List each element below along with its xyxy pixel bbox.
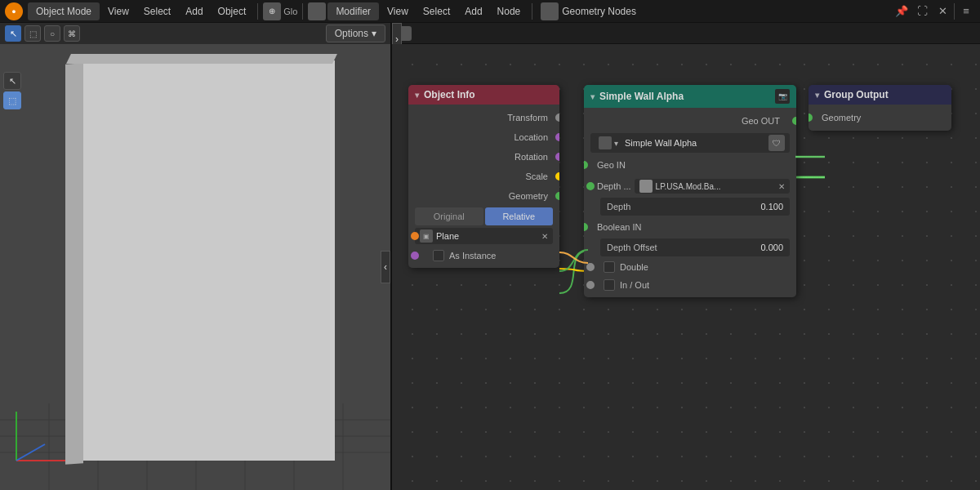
group-output-geo-socket[interactable] xyxy=(808,114,813,122)
geo-out-label: Geo OUT xyxy=(742,116,790,126)
relative-btn[interactable]: Relative xyxy=(485,207,554,225)
geo-out-socket[interactable] xyxy=(792,117,796,125)
wall-top-face xyxy=(66,54,337,64)
boolean-in-socket[interactable] xyxy=(584,223,588,231)
options-arrow: ▾ xyxy=(372,28,376,39)
in-out-socket[interactable] xyxy=(586,281,595,289)
original-btn[interactable]: Original xyxy=(415,207,483,225)
viewport-scene[interactable]: ↖ ⬚ ‹ xyxy=(0,44,390,490)
menu-view-right[interactable]: View xyxy=(381,2,415,20)
node-editor-menu-section: Modifier View Select Add Node xyxy=(308,2,527,20)
rotation-label: Rotation xyxy=(415,152,553,162)
menu-divider-3 xyxy=(532,3,532,20)
node-type-icon xyxy=(541,2,559,20)
window-controls: 📌 ⛶ ✕ ≡ xyxy=(893,2,975,20)
depth-offset-value[interactable]: 0.000 xyxy=(760,243,783,252)
svg-line-12 xyxy=(16,444,45,461)
transform-orient-icon[interactable]: ⊕ xyxy=(263,2,281,20)
select-lasso-icon[interactable]: ⌘ xyxy=(64,25,80,42)
menu-view-left[interactable]: View xyxy=(101,2,136,20)
select-cursor-icon[interactable]: ↖ xyxy=(5,25,21,42)
shield-icon[interactable]: 🛡 xyxy=(768,135,785,151)
simple-wall-render-icon[interactable]: 📷 xyxy=(775,89,790,104)
transform-row: Transform xyxy=(408,108,559,127)
transform-socket[interactable] xyxy=(555,114,559,122)
geometry-label: Geometry xyxy=(415,191,553,201)
blender-logo: ● xyxy=(5,2,23,20)
selector-type-btn[interactable]: ▾ xyxy=(595,136,621,150)
scale-label: Scale xyxy=(415,172,553,181)
maximize-btn[interactable]: ⛶ xyxy=(913,2,931,20)
node-object-info-body: Transform Location Rotation xyxy=(408,105,559,268)
viewport-header: ↖ ⬚ ○ ⌘ Options ▾ xyxy=(0,23,390,44)
geo-in-label: Geo IN xyxy=(590,160,790,170)
depth-offset-row: Depth Offset 0.000 xyxy=(600,238,790,256)
simple-wall-title: Simple Wall Alpha xyxy=(599,91,684,102)
as-instance-checkbox[interactable] xyxy=(433,250,444,261)
depth-socket[interactable] xyxy=(586,182,595,190)
object-info-title: Object Info xyxy=(424,89,475,100)
menu-divider-1 xyxy=(257,3,258,20)
node-simple-wall-header[interactable]: ▾ Simple Wall Alpha 📷 xyxy=(584,85,796,108)
select-tool[interactable]: ⬚ xyxy=(3,91,21,109)
object-input-socket[interactable] xyxy=(411,232,419,240)
geo-out-row: Geo OUT xyxy=(584,111,796,131)
modifier-mode-btn[interactable]: Modifier xyxy=(327,2,379,20)
plane-icon: ▣ xyxy=(420,229,433,243)
right-header-icons: Geometry Nodes xyxy=(541,2,636,20)
node-editor-header: › xyxy=(392,23,980,44)
wall-front-face xyxy=(82,60,335,461)
geo-in-socket[interactable] xyxy=(584,161,588,169)
node-group-output: ▾ Group Output Geometry xyxy=(808,85,951,131)
viewport-collapse-handle[interactable]: ‹ xyxy=(381,251,390,283)
options-label: Options xyxy=(335,28,368,39)
select-circle-icon[interactable]: ○ xyxy=(44,25,60,42)
location-socket[interactable] xyxy=(555,133,559,141)
in-out-checkbox[interactable] xyxy=(604,279,615,291)
double-row: Double xyxy=(584,258,796,276)
menu-node-right[interactable]: Node xyxy=(491,2,528,20)
toggle-group: Original Relative xyxy=(415,207,553,225)
options-btn[interactable]: Options ▾ xyxy=(326,24,385,42)
cursor-tool[interactable]: ↖ xyxy=(3,72,21,90)
double-checkbox[interactable] xyxy=(604,261,615,273)
depth-value[interactable]: 0.100 xyxy=(760,202,783,212)
menu-select-left[interactable]: Select xyxy=(137,2,177,20)
node-simple-wall-body: Geo OUT ▾ Simple Wall Alpha 🛡 xyxy=(584,108,796,297)
rotation-socket[interactable] xyxy=(555,153,559,161)
scale-socket[interactable] xyxy=(555,172,559,180)
transform-label: Transform xyxy=(415,113,553,122)
node-object-info-header[interactable]: ▾ Object Info xyxy=(408,85,559,105)
node-editor-panel: › ▾ Object Info xyxy=(392,23,980,490)
transform-orient-label: Glo xyxy=(283,7,297,16)
depth-material-swatch[interactable] xyxy=(639,180,653,193)
depth-value-row: Depth 0.100 xyxy=(600,198,790,216)
simple-wall-collapse-arrow: ▾ xyxy=(590,92,595,101)
main-area: ↖ ⬚ ○ ⌘ Options ▾ xyxy=(0,23,980,490)
select-box-icon[interactable]: ⬚ xyxy=(24,25,41,42)
as-instance-socket[interactable] xyxy=(411,252,419,260)
geometry-row: Geometry xyxy=(408,186,559,206)
scale-row: Scale xyxy=(408,167,559,186)
object-close-btn[interactable]: ✕ xyxy=(541,232,548,241)
in-out-label: In / Out xyxy=(620,280,649,290)
menu-add-left[interactable]: Add xyxy=(179,2,209,20)
more-btn[interactable]: ≡ xyxy=(957,2,975,20)
node-canvas[interactable]: ▾ Object Info Transform Location xyxy=(392,44,980,490)
node-group-output-header[interactable]: ▾ Group Output xyxy=(808,85,951,105)
pin-btn[interactable]: 📌 xyxy=(893,2,911,20)
geometry-socket-out[interactable] xyxy=(555,192,559,200)
geometry-nodes-label: Geometry Nodes xyxy=(562,6,636,17)
menu-select-right[interactable]: Select xyxy=(416,2,457,20)
depth-material-close[interactable]: ✕ xyxy=(778,182,785,191)
menu-add-right[interactable]: Add xyxy=(458,2,488,20)
selector-icon xyxy=(599,136,612,149)
double-socket[interactable] xyxy=(586,263,595,271)
close-btn[interactable]: ✕ xyxy=(933,2,951,20)
depth-input-row: Depth ... LP.USA.Mod.Ba... ✕ xyxy=(590,176,790,196)
depth-value-label: Depth xyxy=(607,202,630,212)
group-output-title: Group Output xyxy=(824,89,889,100)
menu-object-left[interactable]: Object xyxy=(212,2,253,20)
node-simple-wall: ▾ Simple Wall Alpha 📷 Geo OUT xyxy=(584,85,796,297)
mode-selector[interactable]: Object Mode xyxy=(28,2,100,20)
